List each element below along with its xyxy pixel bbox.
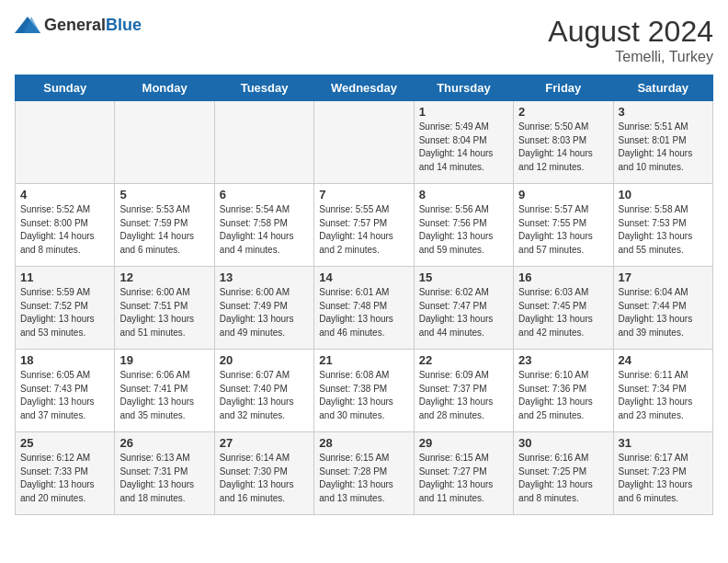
day-info: Sunrise: 6:15 AM Sunset: 7:28 PM Dayligh… bbox=[319, 452, 408, 505]
day-number: 24 bbox=[619, 353, 708, 367]
day-info: Sunrise: 6:16 AM Sunset: 7:25 PM Dayligh… bbox=[518, 452, 608, 505]
day-of-week-header: Sunday bbox=[16, 75, 115, 101]
calendar-cell: 2Sunrise: 5:50 AM Sunset: 8:03 PM Daylig… bbox=[514, 101, 613, 184]
calendar-cell: 14Sunrise: 6:01 AM Sunset: 7:48 PM Dayli… bbox=[314, 267, 414, 350]
calendar-cell: 11Sunrise: 5:59 AM Sunset: 7:52 PM Dayli… bbox=[16, 267, 115, 350]
calendar-cell: 18Sunrise: 6:05 AM Sunset: 7:43 PM Dayli… bbox=[16, 350, 115, 432]
day-info: Sunrise: 5:53 AM Sunset: 7:59 PM Dayligh… bbox=[119, 203, 209, 257]
day-info: Sunrise: 6:08 AM Sunset: 7:38 PM Dayligh… bbox=[319, 369, 408, 422]
day-info: Sunrise: 5:59 AM Sunset: 7:52 PM Dayligh… bbox=[20, 286, 109, 339]
day-of-week-header: Saturday bbox=[613, 75, 712, 101]
day-info: Sunrise: 6:00 AM Sunset: 7:49 PM Dayligh… bbox=[220, 286, 309, 339]
day-number: 5 bbox=[119, 188, 209, 201]
day-info: Sunrise: 6:02 AM Sunset: 7:47 PM Dayligh… bbox=[419, 286, 508, 339]
calendar-cell: 22Sunrise: 6:09 AM Sunset: 7:37 PM Dayli… bbox=[414, 350, 513, 432]
calendar-cell bbox=[115, 101, 214, 184]
day-number: 12 bbox=[119, 270, 209, 284]
calendar-cell: 15Sunrise: 6:02 AM Sunset: 7:47 PM Dayli… bbox=[414, 267, 513, 350]
calendar-cell: 21Sunrise: 6:08 AM Sunset: 7:38 PM Dayli… bbox=[314, 350, 414, 432]
day-info: Sunrise: 5:54 AM Sunset: 7:58 PM Dayligh… bbox=[220, 203, 309, 257]
calendar-cell: 10Sunrise: 5:58 AM Sunset: 7:53 PM Dayli… bbox=[613, 184, 712, 267]
calendar-cell: 19Sunrise: 6:06 AM Sunset: 7:41 PM Dayli… bbox=[115, 350, 214, 432]
day-info: Sunrise: 6:01 AM Sunset: 7:48 PM Dayligh… bbox=[319, 286, 408, 339]
calendar-cell bbox=[16, 101, 115, 184]
day-info: Sunrise: 5:56 AM Sunset: 7:56 PM Dayligh… bbox=[419, 203, 508, 257]
calendar-week-row: 18Sunrise: 6:05 AM Sunset: 7:43 PM Dayli… bbox=[16, 350, 713, 432]
day-number: 31 bbox=[619, 436, 708, 450]
day-info: Sunrise: 6:03 AM Sunset: 7:45 PM Dayligh… bbox=[518, 286, 608, 339]
day-info: Sunrise: 6:00 AM Sunset: 7:51 PM Dayligh… bbox=[119, 286, 209, 339]
title-block: August 2024 Temelli, Turkey bbox=[548, 15, 713, 65]
calendar-cell: 9Sunrise: 5:57 AM Sunset: 7:55 PM Daylig… bbox=[514, 184, 613, 267]
day-info: Sunrise: 5:55 AM Sunset: 7:57 PM Dayligh… bbox=[319, 203, 408, 257]
day-of-week-header: Tuesday bbox=[214, 75, 313, 101]
calendar-cell: 25Sunrise: 6:12 AM Sunset: 7:33 PM Dayli… bbox=[16, 432, 115, 515]
calendar-cell: 1Sunrise: 5:49 AM Sunset: 8:04 PM Daylig… bbox=[414, 101, 513, 184]
calendar-week-row: 11Sunrise: 5:59 AM Sunset: 7:52 PM Dayli… bbox=[16, 267, 713, 350]
day-number: 14 bbox=[319, 270, 408, 284]
day-info: Sunrise: 6:11 AM Sunset: 7:34 PM Dayligh… bbox=[619, 369, 708, 422]
day-number: 11 bbox=[20, 270, 109, 284]
day-number: 1 bbox=[419, 105, 508, 119]
day-info: Sunrise: 5:51 AM Sunset: 8:01 PM Dayligh… bbox=[619, 121, 708, 174]
calendar-header-row: SundayMondayTuesdayWednesdayThursdayFrid… bbox=[16, 75, 713, 101]
day-info: Sunrise: 5:50 AM Sunset: 8:03 PM Dayligh… bbox=[518, 121, 608, 174]
month-year: August 2024 bbox=[548, 15, 713, 49]
calendar-table: SundayMondayTuesdayWednesdayThursdayFrid… bbox=[15, 75, 713, 515]
calendar-cell: 12Sunrise: 6:00 AM Sunset: 7:51 PM Dayli… bbox=[115, 267, 214, 350]
day-number: 2 bbox=[518, 105, 608, 119]
calendar-week-row: 4Sunrise: 5:52 AM Sunset: 8:00 PM Daylig… bbox=[16, 184, 713, 267]
day-info: Sunrise: 5:58 AM Sunset: 7:53 PM Dayligh… bbox=[619, 203, 708, 257]
day-info: Sunrise: 6:05 AM Sunset: 7:43 PM Dayligh… bbox=[20, 369, 109, 422]
calendar-cell: 6Sunrise: 5:54 AM Sunset: 7:58 PM Daylig… bbox=[214, 184, 313, 267]
calendar-cell bbox=[214, 101, 313, 184]
logo-icon bbox=[15, 15, 40, 35]
day-number: 30 bbox=[518, 436, 608, 450]
day-info: Sunrise: 6:17 AM Sunset: 7:23 PM Dayligh… bbox=[619, 452, 708, 505]
day-info: Sunrise: 5:52 AM Sunset: 8:00 PM Dayligh… bbox=[20, 203, 109, 257]
day-of-week-header: Monday bbox=[115, 75, 214, 101]
calendar-cell: 7Sunrise: 5:55 AM Sunset: 7:57 PM Daylig… bbox=[314, 184, 414, 267]
day-info: Sunrise: 6:09 AM Sunset: 7:37 PM Dayligh… bbox=[419, 369, 508, 422]
day-number: 25 bbox=[20, 436, 109, 450]
day-number: 7 bbox=[319, 188, 408, 201]
day-of-week-header: Friday bbox=[514, 75, 613, 101]
day-info: Sunrise: 6:12 AM Sunset: 7:33 PM Dayligh… bbox=[20, 452, 109, 505]
day-of-week-header: Thursday bbox=[414, 75, 513, 101]
calendar-week-row: 25Sunrise: 6:12 AM Sunset: 7:33 PM Dayli… bbox=[16, 432, 713, 515]
day-info: Sunrise: 6:15 AM Sunset: 7:27 PM Dayligh… bbox=[419, 452, 508, 505]
day-info: Sunrise: 6:10 AM Sunset: 7:36 PM Dayligh… bbox=[518, 369, 608, 422]
day-number: 15 bbox=[419, 270, 508, 284]
location: Temelli, Turkey bbox=[548, 49, 713, 65]
calendar-cell: 27Sunrise: 6:14 AM Sunset: 7:30 PM Dayli… bbox=[214, 432, 313, 515]
calendar-cell: 4Sunrise: 5:52 AM Sunset: 8:00 PM Daylig… bbox=[16, 184, 115, 267]
day-number: 6 bbox=[220, 188, 309, 201]
day-number: 8 bbox=[419, 188, 508, 201]
calendar-cell: 29Sunrise: 6:15 AM Sunset: 7:27 PM Dayli… bbox=[414, 432, 513, 515]
day-info: Sunrise: 6:07 AM Sunset: 7:40 PM Dayligh… bbox=[220, 369, 309, 422]
calendar-body: 1Sunrise: 5:49 AM Sunset: 8:04 PM Daylig… bbox=[16, 101, 713, 515]
logo-general: General bbox=[44, 16, 106, 34]
logo-blue: Blue bbox=[106, 16, 142, 34]
day-number: 27 bbox=[220, 436, 309, 450]
day-number: 13 bbox=[220, 270, 309, 284]
page-header: GeneralBlue August 2024 Temelli, Turkey bbox=[15, 15, 713, 65]
calendar-week-row: 1Sunrise: 5:49 AM Sunset: 8:04 PM Daylig… bbox=[16, 101, 713, 184]
day-number: 18 bbox=[20, 353, 109, 367]
day-info: Sunrise: 5:57 AM Sunset: 7:55 PM Dayligh… bbox=[518, 203, 608, 257]
day-number: 26 bbox=[119, 436, 209, 450]
day-number: 22 bbox=[419, 353, 508, 367]
calendar-cell: 26Sunrise: 6:13 AM Sunset: 7:31 PM Dayli… bbox=[115, 432, 214, 515]
day-info: Sunrise: 6:13 AM Sunset: 7:31 PM Dayligh… bbox=[119, 452, 209, 505]
day-number: 3 bbox=[619, 105, 708, 119]
calendar-cell: 30Sunrise: 6:16 AM Sunset: 7:25 PM Dayli… bbox=[514, 432, 613, 515]
day-info: Sunrise: 6:06 AM Sunset: 7:41 PM Dayligh… bbox=[119, 369, 209, 422]
day-number: 21 bbox=[319, 353, 408, 367]
calendar-cell: 8Sunrise: 5:56 AM Sunset: 7:56 PM Daylig… bbox=[414, 184, 513, 267]
calendar-cell: 31Sunrise: 6:17 AM Sunset: 7:23 PM Dayli… bbox=[613, 432, 712, 515]
calendar-cell: 17Sunrise: 6:04 AM Sunset: 7:44 PM Dayli… bbox=[613, 267, 712, 350]
calendar-cell: 20Sunrise: 6:07 AM Sunset: 7:40 PM Dayli… bbox=[214, 350, 313, 432]
day-number: 4 bbox=[20, 188, 109, 201]
day-number: 9 bbox=[518, 188, 608, 201]
day-number: 10 bbox=[619, 188, 708, 201]
